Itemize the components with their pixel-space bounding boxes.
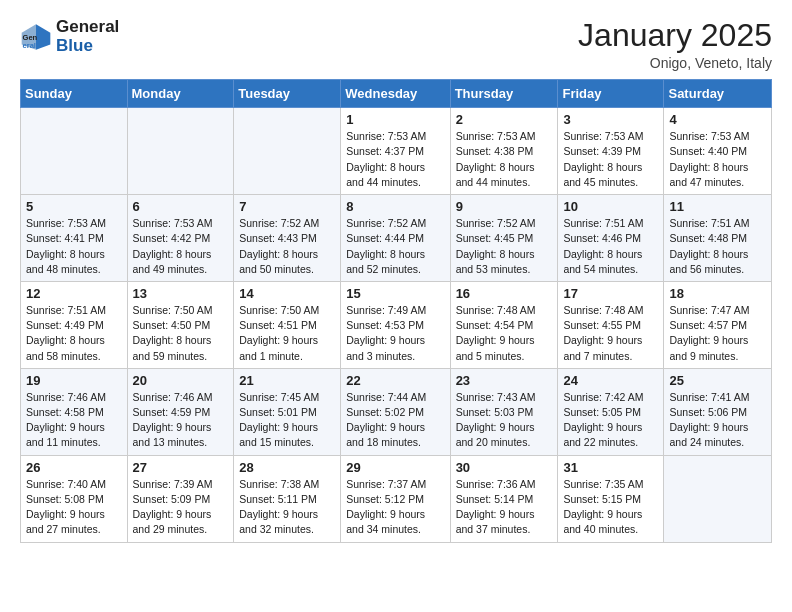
day-number: 4 xyxy=(669,112,766,127)
week-row-1: 1Sunrise: 7:53 AMSunset: 4:37 PMDaylight… xyxy=(21,108,772,195)
svg-text:eral: eral xyxy=(23,41,36,50)
day-info: Sunrise: 7:53 AMSunset: 4:37 PMDaylight:… xyxy=(346,129,444,190)
day-number: 3 xyxy=(563,112,658,127)
day-cell: 16Sunrise: 7:48 AMSunset: 4:54 PMDayligh… xyxy=(450,281,558,368)
day-cell: 21Sunrise: 7:45 AMSunset: 5:01 PMDayligh… xyxy=(234,368,341,455)
day-cell: 11Sunrise: 7:51 AMSunset: 4:48 PMDayligh… xyxy=(664,195,772,282)
day-number: 26 xyxy=(26,460,122,475)
day-number: 16 xyxy=(456,286,553,301)
day-info: Sunrise: 7:46 AMSunset: 4:58 PMDaylight:… xyxy=(26,390,122,451)
day-info: Sunrise: 7:43 AMSunset: 5:03 PMDaylight:… xyxy=(456,390,553,451)
day-cell: 1Sunrise: 7:53 AMSunset: 4:37 PMDaylight… xyxy=(341,108,450,195)
day-info: Sunrise: 7:48 AMSunset: 4:55 PMDaylight:… xyxy=(563,303,658,364)
day-cell xyxy=(21,108,128,195)
day-number: 9 xyxy=(456,199,553,214)
day-number: 13 xyxy=(133,286,229,301)
week-row-5: 26Sunrise: 7:40 AMSunset: 5:08 PMDayligh… xyxy=(21,455,772,542)
day-cell: 4Sunrise: 7:53 AMSunset: 4:40 PMDaylight… xyxy=(664,108,772,195)
day-cell: 29Sunrise: 7:37 AMSunset: 5:12 PMDayligh… xyxy=(341,455,450,542)
day-number: 5 xyxy=(26,199,122,214)
day-info: Sunrise: 7:48 AMSunset: 4:54 PMDaylight:… xyxy=(456,303,553,364)
logo-blue: Blue xyxy=(56,37,119,56)
day-number: 24 xyxy=(563,373,658,388)
logo-general: General xyxy=(56,18,119,37)
header: Gen eral General Blue January 2025 Onigo… xyxy=(20,18,772,71)
day-info: Sunrise: 7:41 AMSunset: 5:06 PMDaylight:… xyxy=(669,390,766,451)
day-info: Sunrise: 7:35 AMSunset: 5:15 PMDaylight:… xyxy=(563,477,658,538)
day-info: Sunrise: 7:51 AMSunset: 4:48 PMDaylight:… xyxy=(669,216,766,277)
day-number: 25 xyxy=(669,373,766,388)
day-cell: 3Sunrise: 7:53 AMSunset: 4:39 PMDaylight… xyxy=(558,108,664,195)
day-cell: 14Sunrise: 7:50 AMSunset: 4:51 PMDayligh… xyxy=(234,281,341,368)
day-info: Sunrise: 7:53 AMSunset: 4:38 PMDaylight:… xyxy=(456,129,553,190)
day-number: 31 xyxy=(563,460,658,475)
weekday-header-monday: Monday xyxy=(127,80,234,108)
day-cell: 10Sunrise: 7:51 AMSunset: 4:46 PMDayligh… xyxy=(558,195,664,282)
day-cell: 23Sunrise: 7:43 AMSunset: 5:03 PMDayligh… xyxy=(450,368,558,455)
location-subtitle: Onigo, Veneto, Italy xyxy=(578,55,772,71)
day-number: 1 xyxy=(346,112,444,127)
day-number: 18 xyxy=(669,286,766,301)
month-title: January 2025 xyxy=(578,18,772,53)
day-info: Sunrise: 7:52 AMSunset: 4:45 PMDaylight:… xyxy=(456,216,553,277)
weekday-header-sunday: Sunday xyxy=(21,80,128,108)
day-info: Sunrise: 7:50 AMSunset: 4:51 PMDaylight:… xyxy=(239,303,335,364)
day-number: 7 xyxy=(239,199,335,214)
day-number: 2 xyxy=(456,112,553,127)
day-info: Sunrise: 7:51 AMSunset: 4:49 PMDaylight:… xyxy=(26,303,122,364)
day-info: Sunrise: 7:53 AMSunset: 4:41 PMDaylight:… xyxy=(26,216,122,277)
weekday-header-thursday: Thursday xyxy=(450,80,558,108)
week-row-2: 5Sunrise: 7:53 AMSunset: 4:41 PMDaylight… xyxy=(21,195,772,282)
day-cell: 13Sunrise: 7:50 AMSunset: 4:50 PMDayligh… xyxy=(127,281,234,368)
day-info: Sunrise: 7:37 AMSunset: 5:12 PMDaylight:… xyxy=(346,477,444,538)
day-cell xyxy=(234,108,341,195)
day-number: 15 xyxy=(346,286,444,301)
day-info: Sunrise: 7:52 AMSunset: 4:43 PMDaylight:… xyxy=(239,216,335,277)
day-info: Sunrise: 7:52 AMSunset: 4:44 PMDaylight:… xyxy=(346,216,444,277)
weekday-header-saturday: Saturday xyxy=(664,80,772,108)
title-block: January 2025 Onigo, Veneto, Italy xyxy=(578,18,772,71)
day-cell xyxy=(127,108,234,195)
day-number: 12 xyxy=(26,286,122,301)
day-info: Sunrise: 7:39 AMSunset: 5:09 PMDaylight:… xyxy=(133,477,229,538)
day-number: 20 xyxy=(133,373,229,388)
day-info: Sunrise: 7:38 AMSunset: 5:11 PMDaylight:… xyxy=(239,477,335,538)
day-info: Sunrise: 7:51 AMSunset: 4:46 PMDaylight:… xyxy=(563,216,658,277)
day-cell: 7Sunrise: 7:52 AMSunset: 4:43 PMDaylight… xyxy=(234,195,341,282)
calendar-table: SundayMondayTuesdayWednesdayThursdayFrid… xyxy=(20,79,772,542)
day-cell: 19Sunrise: 7:46 AMSunset: 4:58 PMDayligh… xyxy=(21,368,128,455)
day-number: 6 xyxy=(133,199,229,214)
weekday-header-friday: Friday xyxy=(558,80,664,108)
day-cell: 8Sunrise: 7:52 AMSunset: 4:44 PMDaylight… xyxy=(341,195,450,282)
day-number: 28 xyxy=(239,460,335,475)
day-cell: 15Sunrise: 7:49 AMSunset: 4:53 PMDayligh… xyxy=(341,281,450,368)
day-cell: 26Sunrise: 7:40 AMSunset: 5:08 PMDayligh… xyxy=(21,455,128,542)
day-number: 11 xyxy=(669,199,766,214)
day-info: Sunrise: 7:46 AMSunset: 4:59 PMDaylight:… xyxy=(133,390,229,451)
logo-icon: Gen eral xyxy=(20,21,52,53)
day-number: 19 xyxy=(26,373,122,388)
day-cell: 20Sunrise: 7:46 AMSunset: 4:59 PMDayligh… xyxy=(127,368,234,455)
day-cell: 18Sunrise: 7:47 AMSunset: 4:57 PMDayligh… xyxy=(664,281,772,368)
day-cell: 30Sunrise: 7:36 AMSunset: 5:14 PMDayligh… xyxy=(450,455,558,542)
day-info: Sunrise: 7:42 AMSunset: 5:05 PMDaylight:… xyxy=(563,390,658,451)
logo: Gen eral General Blue xyxy=(20,18,119,55)
day-info: Sunrise: 7:40 AMSunset: 5:08 PMDaylight:… xyxy=(26,477,122,538)
day-number: 23 xyxy=(456,373,553,388)
day-cell: 9Sunrise: 7:52 AMSunset: 4:45 PMDaylight… xyxy=(450,195,558,282)
day-info: Sunrise: 7:47 AMSunset: 4:57 PMDaylight:… xyxy=(669,303,766,364)
day-cell: 5Sunrise: 7:53 AMSunset: 4:41 PMDaylight… xyxy=(21,195,128,282)
day-number: 29 xyxy=(346,460,444,475)
day-cell: 25Sunrise: 7:41 AMSunset: 5:06 PMDayligh… xyxy=(664,368,772,455)
day-info: Sunrise: 7:53 AMSunset: 4:40 PMDaylight:… xyxy=(669,129,766,190)
weekday-header-tuesday: Tuesday xyxy=(234,80,341,108)
day-cell: 17Sunrise: 7:48 AMSunset: 4:55 PMDayligh… xyxy=(558,281,664,368)
day-number: 8 xyxy=(346,199,444,214)
day-number: 14 xyxy=(239,286,335,301)
day-info: Sunrise: 7:50 AMSunset: 4:50 PMDaylight:… xyxy=(133,303,229,364)
day-info: Sunrise: 7:49 AMSunset: 4:53 PMDaylight:… xyxy=(346,303,444,364)
day-cell xyxy=(664,455,772,542)
day-cell: 27Sunrise: 7:39 AMSunset: 5:09 PMDayligh… xyxy=(127,455,234,542)
logo-text: General Blue xyxy=(56,18,119,55)
week-row-4: 19Sunrise: 7:46 AMSunset: 4:58 PMDayligh… xyxy=(21,368,772,455)
